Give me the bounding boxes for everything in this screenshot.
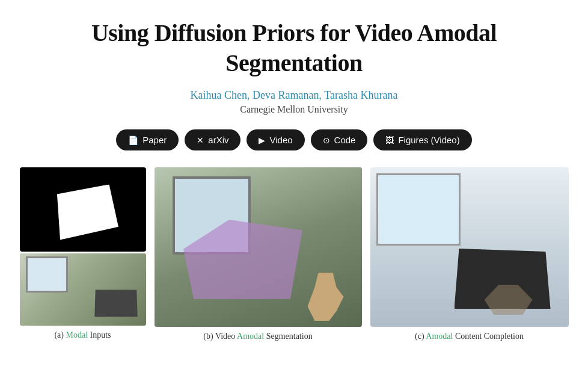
paper-label: Paper: [142, 135, 167, 145]
figure-a-top-image: [20, 167, 146, 252]
figure-a-images: [20, 167, 146, 326]
figures-row: (a) Modal Inputs (b) Video Amodal Segmen…: [36, 167, 552, 341]
code-icon: ⊙: [323, 136, 330, 144]
figure-a-caption: (a) Modal Inputs: [54, 330, 111, 340]
arxiv-label: arXiv: [208, 135, 228, 145]
buttons-row: 📄 Paper ✕ arXiv ▶ Video ⊙ Code 🖼 Figures…: [116, 129, 471, 150]
arxiv-icon: ✕: [197, 136, 204, 144]
arxiv-button[interactable]: ✕ arXiv: [185, 129, 240, 150]
figure-b-caption: (b) Video Amodal Segmentation: [203, 332, 312, 341]
figures-icon: 🖼: [385, 136, 394, 144]
figure-c-caption: (c) Amodal Content Completion: [415, 332, 524, 341]
fig-b-prefix: (b) Video: [203, 332, 237, 341]
figure-c-image: [370, 167, 569, 327]
white-paper-shape: [50, 184, 122, 241]
author-3: Tarasha Khurana: [324, 89, 397, 101]
fig-a-highlight: Modal: [66, 330, 88, 339]
fig-a-prefix: (a): [54, 330, 66, 339]
paper-button[interactable]: 📄 Paper: [116, 129, 179, 150]
video-button[interactable]: ▶ Video: [247, 129, 304, 150]
figure-a-bottom-image: [20, 253, 146, 326]
figures-button[interactable]: 🖼 Figures (Video): [373, 129, 471, 150]
page-container: Using Diffusion Priors for Video Amodal …: [0, 0, 588, 359]
fig-c-suffix: Content Completion: [453, 332, 523, 341]
fig-c-highlight: Amodal: [426, 332, 453, 341]
paper-icon: 📄: [128, 136, 138, 144]
figure-c-item: (c) Amodal Content Completion: [370, 167, 569, 341]
hand-shape: [308, 273, 344, 321]
laptop-shape: [94, 290, 137, 317]
figure-c-background: [370, 167, 569, 327]
video-icon: ▶: [259, 136, 265, 144]
room-scene: [20, 253, 146, 326]
fig-b-highlight: Amodal: [237, 332, 264, 341]
code-label: Code: [334, 135, 356, 145]
author-2: Deva Ramanan: [253, 89, 319, 101]
institution-label: Carnegie Mellon University: [191, 104, 398, 115]
authors-line: Kaihua Chen, Deva Ramanan, Tarasha Khura…: [191, 89, 398, 102]
figure-b-image: [155, 167, 362, 327]
figure-b-item: (b) Video Amodal Segmentation: [155, 167, 362, 341]
video-label: Video: [269, 135, 292, 145]
fig-b-suffix: Segmentation: [264, 332, 313, 341]
authors-section: Kaihua Chen, Deva Ramanan, Tarasha Khura…: [191, 89, 398, 115]
window-shape: [26, 256, 68, 293]
code-button[interactable]: ⊙ Code: [311, 129, 368, 150]
figure-c-window: [376, 173, 461, 246]
fig-a-suffix: Inputs: [88, 330, 111, 339]
fig-c-prefix: (c): [415, 332, 426, 341]
figures-label: Figures (Video): [398, 135, 459, 145]
page-title: Using Diffusion Priors for Video Amodal …: [36, 18, 552, 78]
figure-b-background: [155, 167, 362, 327]
figure-a-item: (a) Modal Inputs: [20, 167, 146, 340]
author-1: Kaihua Chen: [191, 89, 247, 101]
title-section: Using Diffusion Priors for Video Amodal …: [36, 18, 552, 78]
